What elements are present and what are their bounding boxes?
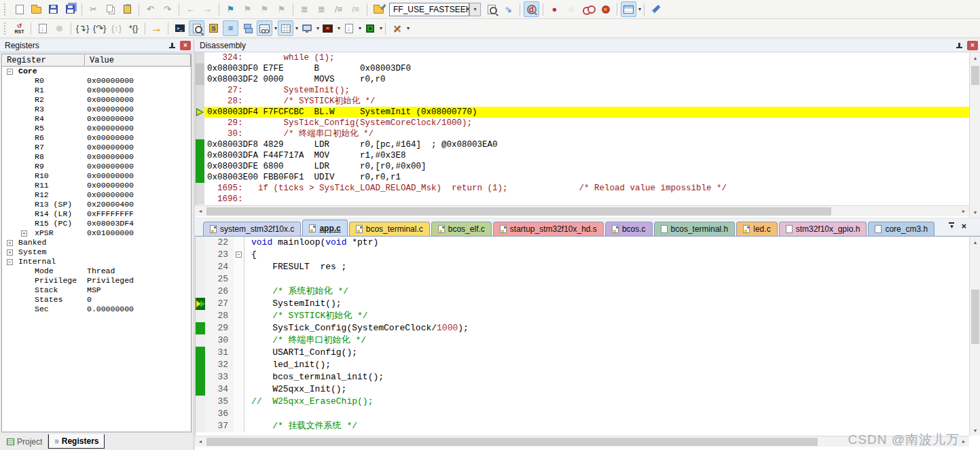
command-window-button[interactable]: >_ — [172, 20, 187, 36]
disassembly-line[interactable]: 29: SysTick_Config(SystemCoreClock/1000)… — [196, 118, 969, 128]
disassembly-line[interactable]: 0x08003DFA F44F717A MOV r1,#0x3E8 — [196, 150, 969, 161]
disassembly-horizontal-scrollbar[interactable]: ◄ ► — [195, 205, 969, 216]
disassembly-line[interactable]: 324: while (1); — [196, 52, 969, 63]
run-to-cursor-button[interactable]: *{} — [126, 20, 141, 36]
code-line[interactable]: 34 W25qxx_Init(); — [196, 383, 969, 396]
watch-window-dropdown[interactable]: ▾ — [274, 25, 277, 31]
register-row[interactable]: R40x00000000 — [2, 114, 191, 124]
serial-window-button[interactable] — [299, 20, 314, 36]
disassembly-line[interactable]: 0x08003DF0 E7FE B 0x08003DF0 — [196, 63, 969, 74]
window-layout-dropdown[interactable]: ▾ — [638, 6, 641, 12]
scroll-up-arrow[interactable]: ▲ — [970, 237, 980, 247]
file-tab-bcos_terminal.h[interactable]: bcos_terminal.h — [654, 222, 736, 236]
clear-bookmarks-button[interactable]: ⚑ — [274, 1, 289, 17]
register-row[interactable]: ModeThread — [2, 266, 191, 276]
comment-selection-button[interactable]: /≡ — [331, 1, 346, 17]
disassembly-line[interactable]: 30: /* 终端串口初始化 */ — [196, 128, 969, 139]
code-line[interactable]: 29 SysTick_Config(SystemCoreClock/1000); — [196, 322, 969, 334]
disassembly-line[interactable]: 0x08003DFE 6800 LDR r0,[r0,#0x00] — [196, 161, 969, 172]
toolbar-drag-handle[interactable] — [4, 22, 7, 35]
navigate-back-button[interactable]: ← — [183, 1, 198, 17]
save-button[interactable] — [46, 1, 61, 17]
start-stop-debug-button[interactable]: d — [524, 1, 539, 17]
new-file-button[interactable] — [12, 1, 27, 17]
incremental-find-button[interactable]: ⇘ — [501, 1, 516, 17]
code-line[interactable]: 35// W25qxx_EraseChip(); — [196, 396, 969, 408]
close-registers-button[interactable]: × — [180, 41, 191, 50]
register-row[interactable]: R20x00000000 — [2, 95, 191, 105]
memory-window-button[interactable] — [278, 20, 293, 36]
code-line[interactable]: 33 bcos_terminal_init(); — [196, 371, 969, 383]
disassembly-vertical-scrollbar[interactable]: ▲ ▼ — [969, 52, 980, 218]
register-row[interactable]: R30x00000000 — [2, 105, 191, 114]
step-into-button[interactable]: {↴} — [75, 20, 90, 36]
register-row[interactable]: R15 (PC)0x08003DF4 — [2, 219, 191, 228]
value-column-header[interactable]: Value — [85, 54, 191, 67]
code-line[interactable]: 25 — [196, 273, 969, 285]
uncomment-selection-button[interactable]: /≡ — [348, 1, 363, 17]
register-row[interactable]: −Core — [2, 67, 191, 76]
file-tab-stm32f10x_gpio.h[interactable]: stm32f10x_gpio.h — [779, 222, 867, 236]
tab-list-button[interactable]: ▼ — [949, 222, 954, 230]
insert-breakpoint-button[interactable]: ● — [547, 1, 562, 17]
register-row[interactable]: PrivilegePrivileged — [2, 276, 191, 285]
register-row[interactable]: R90x00000000 — [2, 162, 191, 171]
file-tab-app.c[interactable]: app.c — [302, 220, 347, 236]
scroll-thumb[interactable] — [971, 66, 979, 85]
register-row[interactable]: States0 — [2, 295, 191, 305]
pin-icon[interactable] — [954, 41, 964, 50]
scroll-thumb[interactable] — [206, 207, 831, 215]
close-disassembly-button[interactable]: × — [967, 41, 978, 50]
window-layout-button[interactable] — [621, 1, 636, 17]
register-row[interactable]: R80x00000000 — [2, 152, 191, 162]
register-row[interactable]: R10x00000000 — [2, 86, 191, 95]
outdent-button[interactable]: ≣ — [314, 1, 329, 17]
code-line[interactable]: 24 FRESULT res ; — [196, 261, 969, 273]
code-line[interactable]: 32 led_init(); — [196, 359, 969, 371]
scroll-down-arrow[interactable]: ▼ — [970, 425, 980, 436]
open-file-button[interactable] — [29, 1, 44, 17]
instruction-trace-button[interactable]: ↓ — [341, 20, 357, 36]
expand-icon[interactable]: + — [7, 249, 13, 256]
instruction-trace-dropdown[interactable]: ▾ — [359, 25, 361, 31]
navigate-forward-button[interactable]: → — [200, 1, 215, 17]
register-row[interactable]: R13 (SP)0x20000400 — [2, 200, 191, 209]
scroll-up-arrow[interactable]: ▲ — [970, 52, 980, 63]
register-row[interactable]: R110x00000000 — [2, 181, 191, 190]
register-row[interactable]: +System — [2, 247, 191, 257]
scroll-left-arrow[interactable]: ◄ — [195, 436, 206, 447]
serial-window-dropdown[interactable]: ▾ — [316, 25, 319, 31]
indent-button[interactable]: ≣ — [297, 1, 312, 17]
file-tab-bcos_elf.c[interactable]: bcos_elf.c — [431, 222, 492, 236]
show-next-statement-button[interactable]: ↓ — [35, 20, 50, 36]
register-row[interactable]: R14 (LR)0xFFFFFFFF — [2, 209, 191, 219]
file-tab-bcos.c[interactable]: bcos.c — [605, 222, 653, 236]
toolbox-dropdown[interactable]: ▾ — [407, 25, 410, 31]
toggle-bookmark-button[interactable]: ⚑ — [223, 1, 238, 17]
call-stack-window-button[interactable] — [240, 20, 255, 36]
disassembly-line[interactable]: 0x08003E00 FBB0F0F1 UDIV r0,r0,r1 — [196, 172, 969, 183]
disassembly-window-button[interactable] — [189, 20, 204, 36]
register-row[interactable]: R120x00000000 — [2, 190, 191, 200]
next-bookmark-button[interactable]: ⚑ — [257, 1, 272, 17]
code-line[interactable]: 31 USART1_Config(); — [196, 347, 969, 359]
expand-icon[interactable]: + — [7, 240, 13, 246]
register-row[interactable]: R50x00000000 — [2, 124, 191, 133]
source-code-editor[interactable]: 22void mainloop(void *ptr)23−{24 FRESULT… — [195, 237, 969, 436]
expand-icon[interactable]: + — [21, 230, 27, 237]
find-combo-dropdown[interactable]: ▾ — [469, 3, 481, 16]
file-tab-core_cm3.h[interactable]: core_cm3.h — [868, 222, 934, 236]
disassembly-line[interactable]: 0x08003DF2 0000 MOVS r0,r0 — [196, 74, 969, 85]
scroll-right-arrow[interactable]: ► — [958, 436, 969, 447]
current-instruction-line[interactable]: 0x08003DF4 F7FCFCBC BL.W SystemInit (0x0… — [196, 107, 969, 118]
register-row[interactable]: +Banked — [2, 238, 191, 247]
register-column-header[interactable]: Register — [2, 54, 85, 67]
reset-cpu-button[interactable]: ↺RST — [12, 20, 27, 36]
system-viewer-dropdown[interactable]: ▾ — [380, 25, 382, 31]
save-all-button[interactable] — [62, 1, 78, 17]
register-row[interactable]: StackMSP — [2, 285, 191, 295]
register-row[interactable]: R100x00000000 — [2, 171, 191, 181]
collapse-icon[interactable]: − — [7, 69, 13, 75]
scroll-left-arrow[interactable]: ◄ — [195, 206, 206, 217]
editor-vertical-scrollbar[interactable]: ▲ ▼ — [969, 237, 980, 436]
